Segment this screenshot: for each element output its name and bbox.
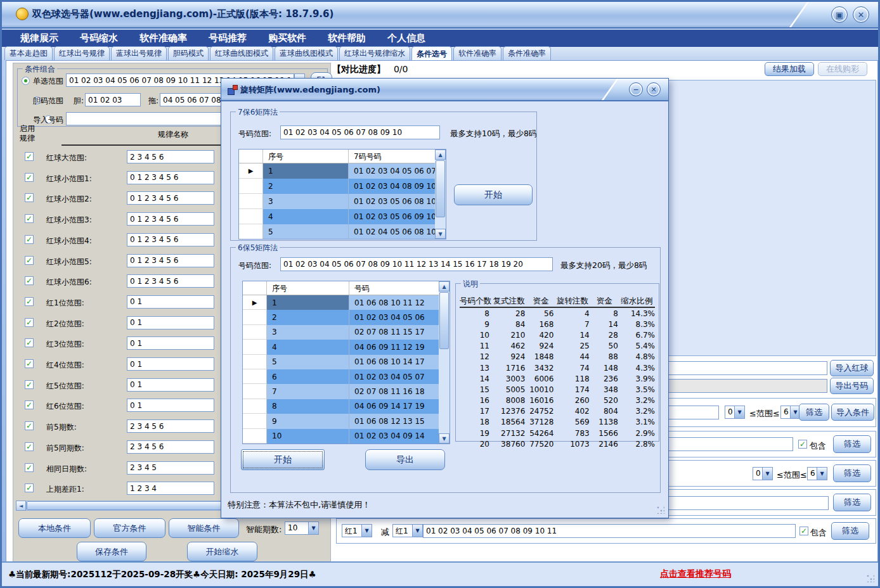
table-row[interactable]: 301 02 03 05 06 08 10 [239, 194, 446, 209]
menu-item-软件准确率[interactable]: 软件准确率 [129, 32, 198, 44]
export-numbers-button[interactable]: 导出号码 [830, 378, 874, 394]
tab-蓝球曲线图模式[interactable]: 蓝球曲线图模式 [275, 46, 338, 60]
rule-checkbox[interactable]: ✓ [25, 359, 34, 368]
rule-checkbox[interactable]: ✓ [25, 256, 34, 265]
rule-input[interactable] [127, 274, 214, 288]
table-vscrollbar[interactable]: ▲▼ [435, 150, 446, 239]
table-row[interactable]: ▶101 06 08 10 11 12 [243, 295, 450, 310]
dan-input[interactable] [85, 93, 141, 106]
table-row[interactable]: 404 06 09 11 12 19 [243, 340, 450, 354]
rule-input[interactable] [127, 482, 214, 495]
rule-input[interactable] [127, 399, 214, 412]
table-row[interactable]: 302 07 08 11 15 17 [243, 325, 450, 340]
rule-input[interactable] [127, 316, 214, 329]
range1-min-combo[interactable]: 0 ▼ [725, 406, 745, 419]
rule-checkbox[interactable]: ✓ [25, 442, 34, 451]
single-range-radio[interactable] [22, 77, 30, 85]
tab-红球出号规律[interactable]: 红球出号规律 [54, 46, 110, 60]
rule-input[interactable] [127, 461, 214, 475]
rule-input[interactable] [127, 440, 214, 454]
rule-checkbox[interactable]: ✓ [25, 483, 34, 492]
sub-right-dropdown-icon[interactable]: ▼ [412, 525, 422, 537]
include5-checkbox[interactable]: ✓ [799, 527, 808, 535]
sub-left-dropdown-icon[interactable]: ▼ [361, 525, 372, 537]
filter2-button[interactable]: 筛选 [833, 435, 871, 453]
recommend-link[interactable]: 点击查看推荐号码 [660, 568, 731, 580]
menu-item-软件帮助[interactable]: 软件帮助 [317, 32, 377, 44]
rule-checkbox[interactable]: ✓ [25, 235, 34, 244]
menu-item-号码推荐[interactable]: 号码推荐 [198, 32, 257, 44]
matrix65-table[interactable]: 序号号码▶101 06 08 10 11 12201 02 03 04 05 0… [242, 281, 450, 444]
rule-input[interactable] [127, 171, 214, 184]
vscroll-thumb[interactable] [436, 160, 445, 217]
filter5-button[interactable]: 筛选 [831, 522, 869, 540]
tab-红球出号规律缩水[interactable]: 红球出号规律缩水 [339, 46, 410, 60]
close-button[interactable]: ✕ [853, 6, 869, 23]
tab-软件准确率[interactable]: 软件准确率 [453, 46, 501, 60]
rule-input[interactable] [127, 191, 214, 205]
table-row[interactable]: 804 06 09 14 17 19 [243, 399, 450, 414]
scroll-up-icon[interactable]: ▲ [435, 150, 446, 160]
table-row[interactable]: 501 06 08 10 14 17 [243, 355, 450, 369]
rule-input[interactable] [127, 357, 214, 371]
online-buy-button[interactable]: 在线购彩 [818, 62, 867, 76]
table-row[interactable]: 901 06 08 12 13 15 [243, 414, 450, 428]
smart-periods-dropdown-icon[interactable]: ▼ [308, 522, 318, 534]
matrix76-table[interactable]: 序号7码号码▶101 02 03 04 05 06 07201 02 03 04… [238, 149, 446, 240]
tab-蓝球出号规律[interactable]: 蓝球出号规律 [111, 46, 167, 60]
sub-input[interactable] [423, 524, 796, 538]
window-resize-grip[interactable] [866, 574, 874, 582]
rule-checkbox[interactable]: ✓ [25, 173, 34, 182]
matrix65-start-button[interactable]: 开始 [241, 449, 325, 470]
table-row[interactable]: 401 02 03 05 06 09 10 [239, 209, 446, 224]
load-results-button[interactable]: 结果加载 [765, 62, 814, 76]
rule-checkbox[interactable]: ✓ [25, 421, 34, 430]
rule-input[interactable] [127, 254, 214, 267]
table-row[interactable]: ▶101 02 03 04 05 06 07 [239, 163, 446, 179]
rule-checkbox[interactable]: ✓ [25, 318, 34, 327]
rule-checkbox[interactable]: ✓ [25, 297, 34, 306]
official-condition-button[interactable]: 官方条件 [94, 518, 165, 538]
dialog-resize-grip[interactable] [656, 506, 664, 514]
rule-checkbox[interactable]: ✓ [25, 152, 34, 161]
rule-input[interactable] [127, 150, 214, 163]
scroll-down-icon[interactable]: ▼ [439, 433, 450, 444]
range3-min-dropdown-icon[interactable]: ▼ [762, 468, 772, 480]
local-condition-button[interactable]: 本地条件 [18, 518, 91, 538]
rule-input[interactable] [127, 233, 214, 246]
menu-item-个人信息[interactable]: 个人信息 [377, 32, 436, 44]
range3-max-dropdown-icon[interactable]: ▼ [817, 468, 827, 480]
menu-item-规律展示[interactable]: 规律展示 [10, 32, 69, 44]
matrix76-start-button[interactable]: 开始 [454, 184, 533, 205]
smart-periods-combo[interactable]: 10 ▼ [285, 521, 319, 535]
matrix76-range-input[interactable] [280, 125, 440, 139]
scroll-left-icon[interactable]: ◄ [16, 501, 26, 511]
table-row[interactable]: 1001 02 03 04 09 14 [243, 429, 450, 444]
sub-right-combo[interactable]: 红1 ▼ [392, 524, 423, 537]
maximize-button[interactable]: ▣ [831, 6, 848, 23]
rule-input[interactable] [127, 336, 214, 350]
rule-checkbox[interactable]: ✓ [25, 276, 34, 285]
vscroll-thumb[interactable] [439, 292, 449, 349]
save-condition-button[interactable]: 保存条件 [77, 542, 146, 561]
sub-left-combo[interactable]: 红1 ▼ [342, 524, 372, 537]
rule-checkbox[interactable]: ✓ [25, 214, 34, 223]
rule-input[interactable] [127, 419, 214, 433]
scroll-down-icon[interactable]: ▼ [435, 229, 446, 239]
tab-红球曲线图模式[interactable]: 红球曲线图模式 [210, 46, 273, 60]
matrix65-export-button[interactable]: 导出 [365, 449, 445, 470]
start-shrink-button[interactable]: 开始缩水 [187, 542, 257, 561]
rule-checkbox[interactable]: ✓ [25, 400, 34, 409]
range1-max-combo[interactable]: 6 ▼ [780, 406, 801, 419]
menu-item-购买软件[interactable]: 购买软件 [257, 32, 317, 44]
rule-input[interactable] [127, 378, 214, 392]
smart-condition-button[interactable]: 智能条件 [169, 518, 239, 538]
scroll-up-icon[interactable]: ▲ [439, 281, 450, 291]
rule-checkbox[interactable]: ✓ [25, 463, 34, 472]
rule-input[interactable] [127, 295, 214, 309]
table-row[interactable]: 702 07 08 11 16 18 [243, 384, 450, 399]
table-row[interactable]: 201 02 03 04 05 06 [243, 310, 450, 324]
matrix65-range-input[interactable] [280, 257, 553, 271]
table-row[interactable]: 601 02 03 04 05 07 [243, 369, 450, 384]
include2-checkbox[interactable]: ✓ [798, 440, 807, 449]
